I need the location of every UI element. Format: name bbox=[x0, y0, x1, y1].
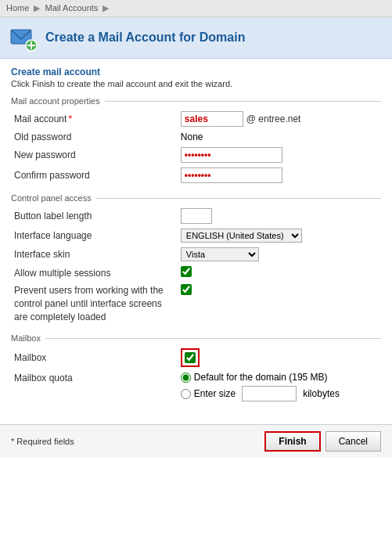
mailbox-checkbox[interactable] bbox=[185, 352, 196, 363]
table-row: Old password None bbox=[11, 129, 381, 145]
required-note: * Required fields bbox=[11, 437, 74, 446]
group-mailbox: Mailbox bbox=[11, 333, 381, 343]
allow-multiple-sessions-label: Allow multiple sessions bbox=[11, 264, 178, 282]
footer-buttons: Finish Cancel bbox=[264, 431, 381, 452]
finish-button[interactable]: Finish bbox=[264, 431, 320, 452]
confirm-password-label: Confirm password bbox=[11, 165, 178, 185]
mail-add-icon bbox=[9, 23, 38, 52]
mailbox-table: Mailbox Mailbox quota Default for the do… bbox=[11, 346, 381, 404]
quota-size-input[interactable] bbox=[242, 386, 297, 401]
table-row: New password bbox=[11, 145, 381, 165]
breadcrumb-home[interactable]: Home bbox=[6, 3, 29, 13]
table-row: Interface language ENGLISH (United State… bbox=[11, 226, 381, 245]
interface-language-label: Interface language bbox=[11, 226, 178, 245]
cancel-button[interactable]: Cancel bbox=[325, 431, 381, 452]
group-control-panel: Control panel access bbox=[11, 193, 381, 203]
quota-default-radio[interactable] bbox=[181, 373, 191, 383]
page-header: Create a Mail Account for Domain bbox=[0, 17, 392, 59]
quota-unit-label: kilobytes bbox=[303, 388, 340, 399]
content-area: Create mail account Click Finish to crea… bbox=[0, 59, 392, 415]
table-row: Confirm password bbox=[11, 165, 381, 185]
mail-properties-table: Mail account* @ entree.net Old password … bbox=[11, 109, 381, 185]
breadcrumb: Home ▶ Mail Accounts ▶ bbox=[0, 0, 392, 17]
quota-default-row: Default for the domain (195 MB) bbox=[181, 372, 378, 383]
button-label-length-input[interactable] bbox=[181, 208, 212, 224]
breadcrumb-sep2: ▶ bbox=[102, 3, 109, 13]
page-title: Create a Mail Account for Domain bbox=[45, 31, 245, 45]
interface-language-select[interactable]: ENGLISH (United States) FRENCH (France) … bbox=[181, 229, 302, 243]
table-row: Button label length bbox=[11, 206, 381, 226]
mailbox-label: Mailbox bbox=[11, 346, 178, 369]
mailbox-quota-label: Mailbox quota bbox=[11, 369, 178, 404]
prevent-users-checkbox[interactable] bbox=[181, 284, 192, 295]
at-domain: @ entree.net bbox=[246, 113, 301, 124]
confirm-password-input[interactable] bbox=[181, 167, 282, 183]
mail-account-label: Mail account* bbox=[11, 109, 178, 129]
mailbox-checkbox-wrapper bbox=[181, 348, 200, 367]
control-panel-table: Button label length Interface language E… bbox=[11, 206, 381, 326]
required-star: * bbox=[68, 113, 72, 124]
prevent-users-label: Prevent users from working with the cont… bbox=[11, 282, 178, 326]
quota-enter-radio[interactable] bbox=[181, 389, 191, 399]
section-title: Create mail account bbox=[11, 67, 381, 77]
table-row: Mail account* @ entree.net bbox=[11, 109, 381, 129]
interface-skin-select[interactable]: Vista Default Classic bbox=[181, 247, 259, 261]
new-password-label: New password bbox=[11, 145, 178, 165]
breadcrumb-sep1: ▶ bbox=[34, 3, 40, 13]
quota-radio-group: Default for the domain (195 MB) Enter si… bbox=[181, 372, 378, 401]
table-row: Allow multiple sessions bbox=[11, 264, 381, 282]
group-mail-properties: Mail account properties bbox=[11, 96, 381, 106]
old-password-value: None bbox=[178, 129, 381, 145]
section-desc: Click Finish to create the mail account … bbox=[11, 79, 381, 88]
mail-account-input[interactable] bbox=[181, 111, 243, 127]
breadcrumb-mail-accounts[interactable]: Mail Accounts bbox=[45, 3, 98, 13]
table-row: Mailbox bbox=[11, 346, 381, 369]
table-row: Mailbox quota Default for the domain (19… bbox=[11, 369, 381, 404]
table-row: Interface skin Vista Default Classic bbox=[11, 245, 381, 264]
mail-account-row: @ entree.net bbox=[181, 111, 378, 127]
quota-enter-row: Enter size kilobytes bbox=[181, 386, 378, 401]
new-password-input[interactable] bbox=[181, 147, 282, 163]
footer: * Required fields Finish Cancel bbox=[0, 424, 392, 458]
old-password-label: Old password bbox=[11, 129, 178, 145]
interface-skin-label: Interface skin bbox=[11, 245, 178, 264]
table-row: Prevent users from working with the cont… bbox=[11, 282, 381, 326]
quota-enter-label: Enter size bbox=[194, 388, 236, 399]
quota-default-label: Default for the domain (195 MB) bbox=[194, 372, 328, 383]
allow-multiple-sessions-checkbox[interactable] bbox=[181, 266, 192, 277]
button-label-length-label: Button label length bbox=[11, 206, 178, 226]
